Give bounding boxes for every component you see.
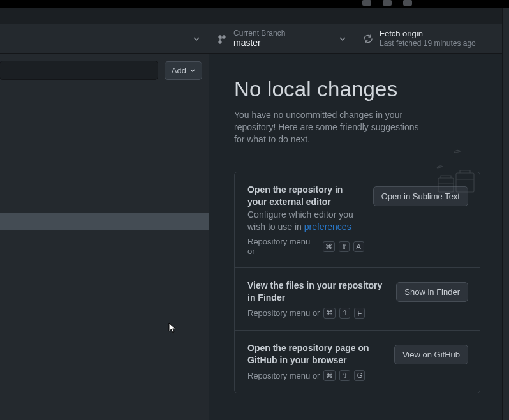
kbd-letter: A <box>353 241 364 252</box>
kbd-letter: F <box>354 308 365 319</box>
os-top-strip <box>0 0 509 8</box>
kbd-cmd: ⌘ <box>323 370 336 381</box>
card-title: Open the repository page on GitHub in yo… <box>247 342 385 366</box>
page-description: You have no uncommitted changes in your … <box>234 109 425 146</box>
page-title: No local changes <box>234 77 480 101</box>
empty-state-illustration <box>433 141 483 199</box>
fetch-sub: Last fetched 19 minutes ago <box>380 39 476 49</box>
card-title: View the files in your repository in Fin… <box>247 280 387 304</box>
branch-value: master <box>233 38 285 49</box>
caret-down-icon <box>339 37 346 41</box>
card-hint: Repository menu or ⌘ ⇧ F <box>247 308 387 319</box>
dock-app-icon <box>383 0 392 6</box>
card-title: Open the repository in your external edi… <box>247 184 364 208</box>
background-dock <box>362 0 412 6</box>
app-toolbar: Current Branch master Fetch origin Last … <box>0 24 502 54</box>
git-branch-icon <box>217 34 227 44</box>
svg-rect-0 <box>438 178 454 192</box>
kbd-cmd: ⌘ <box>323 241 335 252</box>
preferences-link[interactable]: preferences <box>304 221 351 232</box>
main-content: No local changes You have no uncommitted… <box>209 54 502 420</box>
right-scrollbar-track[interactable] <box>502 8 509 420</box>
caret-down-icon <box>193 37 200 41</box>
kbd-shift: ⇧ <box>339 308 350 319</box>
branch-selector[interactable]: Current Branch master <box>209 24 355 53</box>
filter-row: Add <box>0 54 209 86</box>
kbd-letter: G <box>354 370 365 381</box>
card-view-github: Open the repository page on GitHub in yo… <box>235 331 480 393</box>
repo-sidebar: Add <box>0 54 209 420</box>
repo-selector[interactable] <box>0 24 209 53</box>
repo-list-item-selected[interactable] <box>0 213 209 230</box>
branch-label: Current Branch <box>233 29 285 38</box>
fetch-button[interactable]: Fetch origin Last fetched 19 minutes ago <box>355 24 502 53</box>
card-hint: Repository menu or ⌘ ⇧ G <box>247 370 385 381</box>
suggestion-cards: Open the repository in your external edi… <box>234 172 480 393</box>
add-button-label: Add <box>172 66 186 75</box>
fetch-label: Fetch origin <box>380 29 476 39</box>
dock-app-icon <box>362 0 371 6</box>
card-show-finder: View the files in your repository in Fin… <box>235 268 480 331</box>
sync-icon <box>363 34 373 44</box>
dock-app-icon <box>403 0 412 6</box>
kbd-cmd: ⌘ <box>323 308 336 319</box>
caret-down-icon <box>190 69 195 72</box>
card-hint: Repository menu or ⌘ ⇧ A <box>247 237 364 256</box>
add-button[interactable]: Add <box>165 61 202 80</box>
show-finder-button[interactable]: Show in Finder <box>396 282 468 302</box>
card-subtext: Configure which editor you wish to use i… <box>247 209 364 233</box>
svg-rect-1 <box>456 173 474 192</box>
kbd-shift: ⇧ <box>339 370 350 381</box>
kbd-shift: ⇧ <box>339 241 350 252</box>
view-github-button[interactable]: View on GitHub <box>394 345 468 364</box>
filter-input[interactable] <box>0 61 158 80</box>
